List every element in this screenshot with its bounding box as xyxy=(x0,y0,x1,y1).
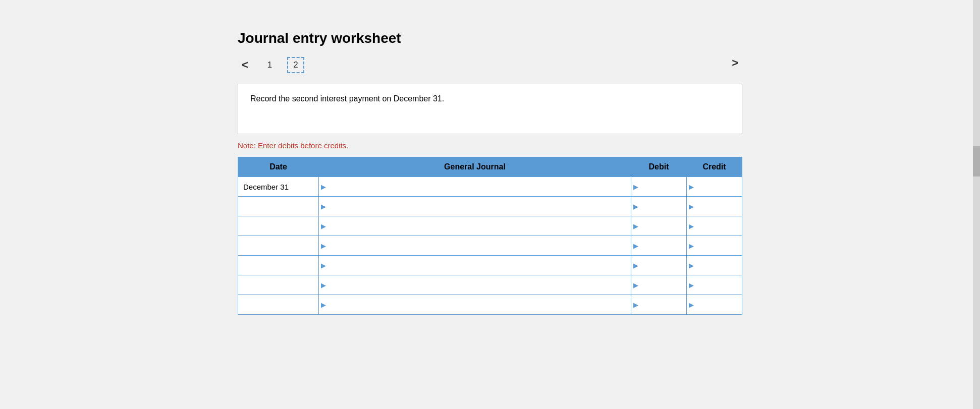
credit-input-4[interactable] xyxy=(696,256,742,275)
credit-input-1[interactable] xyxy=(696,197,742,216)
debit-arrow-5: ▶ xyxy=(631,281,640,289)
general-journal-cell-2[interactable]: ▶ xyxy=(319,216,631,236)
debit-arrow-0: ▶ xyxy=(631,183,640,191)
general-journal-cell-6[interactable]: ▶ xyxy=(319,295,631,315)
general-journal-arrow-1: ▶ xyxy=(319,203,328,210)
general-journal-cell-4[interactable]: ▶ xyxy=(319,256,631,275)
credit-input-6[interactable] xyxy=(696,295,742,314)
general-journal-cell-5[interactable]: ▶ xyxy=(319,275,631,295)
date-cell-5[interactable] xyxy=(238,275,319,295)
credit-arrow-0: ▶ xyxy=(687,183,696,191)
general-journal-cell-1[interactable]: ▶ xyxy=(319,197,631,216)
debit-input-6[interactable] xyxy=(640,295,686,314)
debit-input-2[interactable] xyxy=(640,216,686,236)
debit-arrow-3: ▶ xyxy=(631,242,640,250)
date-value-6 xyxy=(238,295,318,314)
date-cell-6[interactable] xyxy=(238,295,319,315)
general-journal-arrow-3: ▶ xyxy=(319,242,328,250)
prev-arrow-button[interactable]: < xyxy=(238,56,252,74)
debit-input-3[interactable] xyxy=(640,236,686,255)
debit-input-4[interactable] xyxy=(640,256,686,275)
debit-arrow-6: ▶ xyxy=(631,301,640,309)
page-title: Journal entry worksheet xyxy=(238,30,742,46)
instruction-box: Record the second interest payment on De… xyxy=(238,84,742,134)
debit-cell-0[interactable]: ▶ xyxy=(631,177,687,197)
general-journal-arrow-4: ▶ xyxy=(319,262,328,269)
debit-cell-1[interactable]: ▶ xyxy=(631,197,687,216)
table-row: ▶▶▶ xyxy=(238,295,742,315)
credit-cell-0[interactable]: ▶ xyxy=(687,177,742,197)
tab-2[interactable]: 2 xyxy=(287,57,304,73)
credit-arrow-4: ▶ xyxy=(687,262,696,269)
credit-cell-1[interactable]: ▶ xyxy=(687,197,742,216)
general-journal-arrow-0: ▶ xyxy=(319,183,328,191)
general-journal-arrow-2: ▶ xyxy=(319,222,328,230)
header-general-journal: General Journal xyxy=(319,157,631,177)
general-journal-cell-0[interactable]: ▶ xyxy=(319,177,631,197)
date-value-2 xyxy=(238,216,318,236)
date-value-0: December 31 xyxy=(238,177,318,196)
general-journal-input-4[interactable] xyxy=(328,256,631,275)
date-value-4 xyxy=(238,256,318,275)
debit-cell-5[interactable]: ▶ xyxy=(631,275,687,295)
scrollbar-thumb[interactable] xyxy=(973,146,980,177)
page-wrapper: Journal entry worksheet < 1 2 > Record t… xyxy=(0,0,980,409)
debit-input-5[interactable] xyxy=(640,275,686,295)
debit-cell-6[interactable]: ▶ xyxy=(631,295,687,315)
credit-cell-2[interactable]: ▶ xyxy=(687,216,742,236)
date-cell-3[interactable] xyxy=(238,236,319,256)
credit-input-0[interactable] xyxy=(696,177,742,196)
credit-cell-4[interactable]: ▶ xyxy=(687,256,742,275)
date-value-1 xyxy=(238,197,318,216)
note-text: Note: Enter debits before credits. xyxy=(238,141,742,150)
date-cell-1[interactable] xyxy=(238,197,319,216)
table-row: December 31▶▶▶ xyxy=(238,177,742,197)
credit-arrow-3: ▶ xyxy=(687,242,696,250)
general-journal-cell-3[interactable]: ▶ xyxy=(319,236,631,256)
table-row: ▶▶▶ xyxy=(238,216,742,236)
general-journal-arrow-5: ▶ xyxy=(319,281,328,289)
main-container: Journal entry worksheet < 1 2 > Record t… xyxy=(217,15,763,394)
credit-input-3[interactable] xyxy=(696,236,742,255)
general-journal-input-1[interactable] xyxy=(328,197,631,216)
debit-arrow-4: ▶ xyxy=(631,262,640,269)
debit-cell-3[interactable]: ▶ xyxy=(631,236,687,256)
general-journal-input-6[interactable] xyxy=(328,295,631,314)
debit-cell-2[interactable]: ▶ xyxy=(631,216,687,236)
debit-arrow-2: ▶ xyxy=(631,222,640,230)
credit-cell-3[interactable]: ▶ xyxy=(687,236,742,256)
date-value-3 xyxy=(238,236,318,255)
tab-1[interactable]: 1 xyxy=(262,58,277,72)
general-journal-input-2[interactable] xyxy=(328,216,631,236)
date-cell-0[interactable]: December 31 xyxy=(238,177,319,197)
table-row: ▶▶▶ xyxy=(238,275,742,295)
debit-input-1[interactable] xyxy=(640,197,686,216)
credit-arrow-5: ▶ xyxy=(687,281,696,289)
general-journal-input-0[interactable] xyxy=(328,177,631,196)
debit-cell-4[interactable]: ▶ xyxy=(631,256,687,275)
general-journal-input-5[interactable] xyxy=(328,275,631,295)
credit-cell-6[interactable]: ▶ xyxy=(687,295,742,315)
debit-arrow-1: ▶ xyxy=(631,203,640,210)
table-row: ▶▶▶ xyxy=(238,236,742,256)
general-journal-arrow-6: ▶ xyxy=(319,301,328,309)
table-row: ▶▶▶ xyxy=(238,197,742,216)
header-credit: Credit xyxy=(687,157,742,177)
general-journal-input-3[interactable] xyxy=(328,236,631,255)
debit-input-0[interactable] xyxy=(640,177,686,196)
header-date: Date xyxy=(238,157,319,177)
credit-input-2[interactable] xyxy=(696,216,742,236)
credit-arrow-1: ▶ xyxy=(687,203,696,210)
date-cell-2[interactable] xyxy=(238,216,319,236)
journal-table: Date General Journal Debit Credit Decemb… xyxy=(238,157,742,315)
credit-input-5[interactable] xyxy=(696,275,742,295)
instruction-text: Record the second interest payment on De… xyxy=(250,94,444,103)
table-row: ▶▶▶ xyxy=(238,256,742,275)
credit-arrow-2: ▶ xyxy=(687,222,696,230)
next-arrow-button[interactable]: > xyxy=(728,54,742,72)
nav-row: < 1 2 xyxy=(238,56,742,74)
scrollbar-track[interactable] xyxy=(973,0,980,409)
credit-cell-5[interactable]: ▶ xyxy=(687,275,742,295)
header-debit: Debit xyxy=(631,157,687,177)
date-cell-4[interactable] xyxy=(238,256,319,275)
